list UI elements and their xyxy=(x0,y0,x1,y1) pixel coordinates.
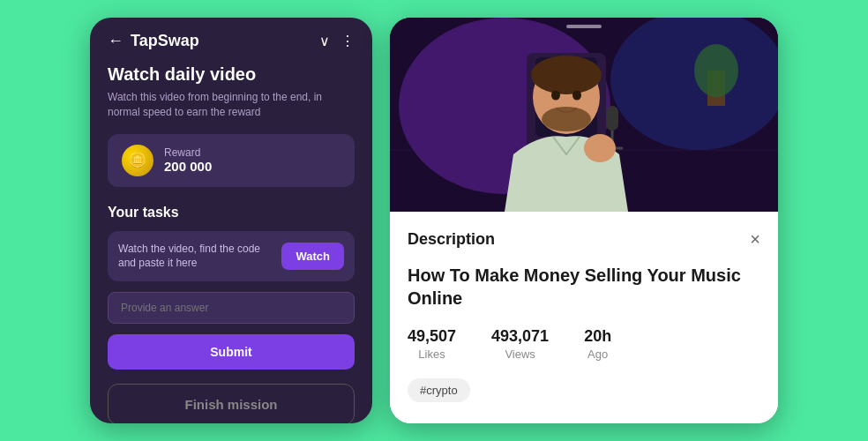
task-description: Watch the video, find the code and paste… xyxy=(118,242,273,272)
svg-point-7 xyxy=(531,56,602,94)
description-header: Description × xyxy=(408,229,760,250)
more-options-icon[interactable]: ⋮ xyxy=(340,33,355,49)
stat-ago: 20h Ago xyxy=(584,327,611,361)
task-card: Watch the video, find the code and paste… xyxy=(108,231,355,282)
crypto-tag[interactable]: #crypto xyxy=(408,378,470,402)
coin-icon: 🪙 xyxy=(122,145,153,176)
reward-card: 🪙 Reward 200 000 xyxy=(108,134,355,187)
reward-label: Reward xyxy=(164,146,212,159)
likes-value: 49,507 xyxy=(408,327,456,346)
video-panel: Description × How To Make Money Selling … xyxy=(390,18,778,423)
person-illustration xyxy=(390,18,778,212)
chevron-down-icon[interactable]: ∨ xyxy=(319,33,330,49)
close-icon[interactable]: × xyxy=(750,229,760,250)
stat-views: 493,071 Views xyxy=(491,327,549,361)
tags-row: #crypto xyxy=(408,378,760,402)
stat-likes: 49,507 Likes xyxy=(408,327,456,361)
ago-label: Ago xyxy=(587,348,608,361)
answer-input[interactable] xyxy=(108,292,355,324)
scroll-indicator xyxy=(566,25,602,28)
reward-amount: 200 000 xyxy=(164,159,212,174)
page-title: Watch daily video xyxy=(108,64,355,85)
header-right: ∨ ⋮ xyxy=(319,33,355,49)
svg-point-15 xyxy=(694,44,738,97)
watch-button[interactable]: Watch xyxy=(281,243,344,270)
video-background xyxy=(390,18,778,212)
views-label: Views xyxy=(505,348,535,361)
video-title: How To Make Money Selling Your Music Onl… xyxy=(408,264,760,310)
page-subtitle: Watch this video from beginning to the e… xyxy=(108,90,355,120)
svg-point-9 xyxy=(572,91,581,101)
video-stats: 49,507 Likes 493,071 Views 20h Ago xyxy=(408,327,760,361)
mobile-header: ← TapSwap ∨ ⋮ xyxy=(90,18,372,57)
svg-point-16 xyxy=(584,134,616,162)
ago-value: 20h xyxy=(584,327,611,346)
svg-point-10 xyxy=(542,107,591,131)
tasks-title: Your tasks xyxy=(108,205,355,220)
description-panel: Description × How To Make Money Selling … xyxy=(390,212,778,423)
submit-button[interactable]: Submit xyxy=(108,334,355,370)
views-value: 493,071 xyxy=(491,327,549,346)
svg-point-8 xyxy=(551,91,560,101)
reward-info: Reward 200 000 xyxy=(164,146,212,174)
mobile-content: Watch daily video Watch this video from … xyxy=(90,57,372,423)
video-thumbnail xyxy=(390,18,778,212)
finish-mission-button[interactable]: Finish mission xyxy=(108,384,355,423)
back-icon[interactable]: ← xyxy=(108,32,123,50)
svg-rect-11 xyxy=(606,106,618,131)
description-label: Description xyxy=(408,230,495,249)
header-left: ← TapSwap xyxy=(108,32,199,50)
app-title: TapSwap xyxy=(131,32,199,50)
likes-label: Likes xyxy=(418,348,445,361)
mobile-app-frame: ← TapSwap ∨ ⋮ Watch daily video Watch th… xyxy=(90,18,372,423)
